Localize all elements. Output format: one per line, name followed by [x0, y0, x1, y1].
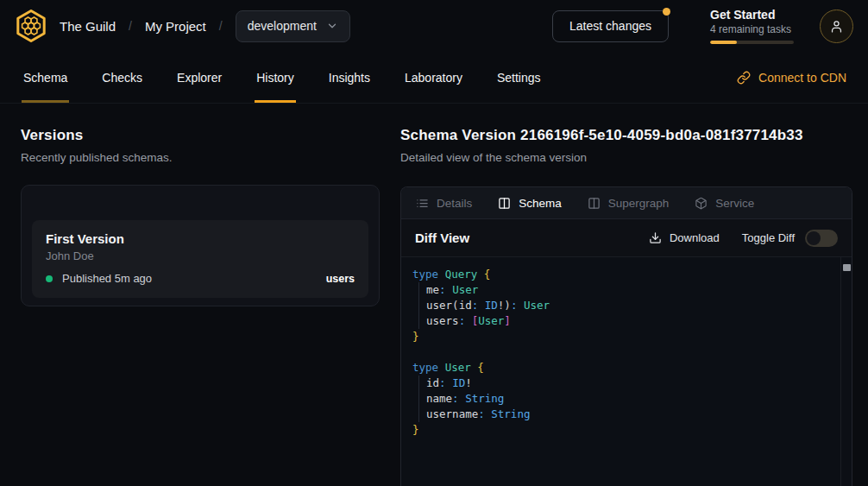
tab-insights[interactable]: Insights	[327, 52, 372, 103]
version-detail-title: Schema Version 2166196f-5e10-4059-bd0a-0…	[400, 127, 852, 144]
main-nav: SchemaChecksExplorerHistoryInsightsLabor…	[0, 52, 868, 104]
panel-tabs: DetailsSchemaSupergraphService	[401, 187, 852, 219]
main-content: Versions Recently published schemas. Fir…	[0, 104, 868, 486]
connect-cdn-label: Connect to CDN	[758, 71, 846, 85]
version-detail-subtitle: Detailed view of the schema version	[400, 151, 852, 164]
versions-subtitle: Recently published schemas.	[21, 151, 380, 164]
code-line: user(id: ID!): User	[412, 298, 829, 313]
code-line: username: String	[412, 407, 829, 422]
published-status-dot	[46, 275, 53, 282]
version-status: Published 5m ago	[62, 272, 152, 285]
indent-guide	[418, 313, 426, 329]
panel-tab-label: Details	[437, 197, 472, 210]
panel-tab-details[interactable]: Details	[416, 197, 472, 210]
download-button[interactable]: Download	[649, 231, 720, 244]
code-line: }	[412, 422, 829, 438]
code-line: type User {	[412, 360, 829, 376]
latest-changes-button[interactable]: Latest changes	[552, 10, 669, 42]
code-line: users: [User]	[412, 313, 829, 329]
scrollbar-thumb[interactable]	[843, 264, 851, 271]
toggle-knob	[807, 231, 821, 245]
columns-icon	[588, 197, 601, 210]
list-icon	[416, 197, 429, 210]
diff-view-title: Diff View	[415, 230, 469, 245]
connect-cdn-link[interactable]: Connect to CDN	[737, 52, 846, 103]
code-line: name: String	[412, 391, 829, 407]
versions-section: Versions Recently published schemas. Fir…	[21, 127, 380, 486]
tab-explorer[interactable]: Explorer	[175, 52, 223, 103]
app-root: The Guild / My Project / development Lat…	[0, 0, 868, 486]
panel-tab-supergraph[interactable]: Supergraph	[588, 197, 670, 210]
code-lines: type Query {me: Useruser(id: ID!): Useru…	[412, 267, 829, 438]
panel-tab-label: Schema	[519, 197, 562, 210]
avatar[interactable]	[820, 9, 853, 43]
version-author: John Doe	[46, 249, 355, 262]
get-started-title: Get Started	[710, 8, 794, 22]
tab-checks[interactable]: Checks	[100, 52, 144, 103]
indent-guide	[418, 282, 426, 298]
tab-history[interactable]: History	[255, 52, 296, 103]
cube-icon	[695, 197, 708, 210]
nav-tabs: SchemaChecksExplorerHistoryInsightsLabor…	[22, 52, 543, 103]
code-line: }	[412, 329, 829, 344]
get-started-progress-fill	[710, 41, 737, 44]
versions-title: Versions	[21, 127, 380, 144]
environment-selector-value: development	[248, 19, 317, 33]
version-status-row: Published 5m ago users	[46, 272, 355, 285]
hive-logo-icon	[15, 8, 47, 44]
indent-guide	[418, 391, 426, 407]
environment-selector[interactable]: development	[236, 10, 350, 42]
breadcrumb-separator: /	[129, 19, 132, 33]
toggle-diff-switch[interactable]	[805, 230, 838, 247]
columns-icon	[498, 197, 511, 210]
code-line: me: User	[412, 282, 829, 298]
version-detail-section: Schema Version 2166196f-5e10-4059-bd0a-0…	[400, 127, 852, 486]
notification-dot	[663, 8, 670, 16]
breadcrumb-org[interactable]: The Guild	[60, 19, 116, 34]
chevron-down-icon	[326, 20, 338, 32]
indent-guide	[418, 376, 426, 391]
hive-logo[interactable]	[15, 8, 47, 44]
diff-view-header: Diff View Download Toggle Diff	[401, 219, 852, 257]
get-started-widget[interactable]: Get Started 4 remaining tasks	[710, 8, 794, 44]
get-started-progressbar	[710, 41, 794, 44]
breadcrumb: The Guild / My Project /	[60, 19, 236, 34]
schema-code-viewer: type Query {me: Useruser(id: ID!): Useru…	[401, 257, 852, 486]
panel-tab-schema[interactable]: Schema	[498, 197, 562, 210]
code-line: type Query {	[412, 267, 829, 282]
version-list-item[interactable]: First Version John Doe Published 5m ago …	[32, 220, 368, 298]
breadcrumb-separator: /	[219, 19, 223, 33]
download-label: Download	[670, 231, 720, 244]
tab-laboratory[interactable]: Laboratory	[403, 52, 464, 103]
tab-schema[interactable]: Schema	[22, 52, 69, 103]
vertical-scrollbar[interactable]	[840, 257, 852, 486]
header: The Guild / My Project / development Lat…	[0, 0, 868, 52]
indent-guide	[418, 298, 426, 313]
download-icon	[649, 231, 662, 244]
code-line	[412, 344, 829, 360]
user-icon	[829, 19, 844, 34]
panel-tab-label: Supergraph	[608, 197, 670, 210]
breadcrumb-project[interactable]: My Project	[145, 19, 206, 34]
panel-tab-service[interactable]: Service	[695, 197, 754, 210]
panel-tab-label: Service	[715, 197, 754, 210]
version-detail-panel: DetailsSchemaSupergraphService Diff View…	[400, 186, 852, 486]
service-badge: users	[326, 273, 355, 285]
indent-guide	[418, 407, 426, 422]
code-line: id: ID!	[412, 376, 829, 391]
toggle-diff-label: Toggle Diff	[742, 231, 795, 244]
version-name: First Version	[46, 231, 355, 246]
get-started-subtitle: 4 remaining tasks	[710, 23, 794, 35]
latest-changes-label: Latest changes	[569, 19, 651, 33]
versions-card: First Version John Doe Published 5m ago …	[21, 185, 380, 306]
tab-settings[interactable]: Settings	[495, 52, 543, 103]
link-icon	[737, 71, 751, 85]
